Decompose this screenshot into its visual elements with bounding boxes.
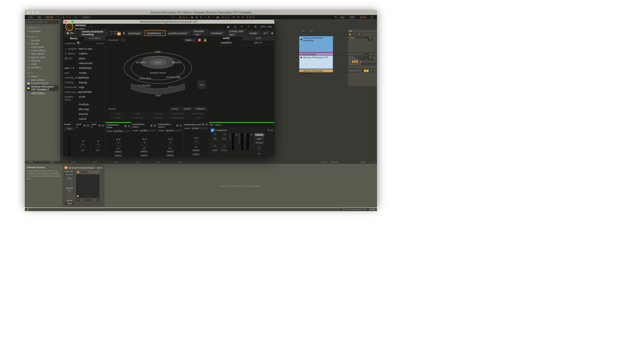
quantize-menu[interactable]: 1 Bar ▾ [80, 15, 92, 19]
learn-button[interactable]: learn... [184, 38, 196, 42]
blend-cell[interactable]: damped edge [168, 116, 188, 120]
kit-item[interactable]: crazed [77, 117, 105, 121]
session-record[interactable]: ○ [212, 16, 215, 19]
place-template-folder[interactable]: 📁Sensory-Percussion-VST-Template F [27, 85, 58, 91]
reset-icon[interactable]: ↻ [268, 129, 270, 132]
undo-icon[interactable]: ↶ [240, 25, 244, 29]
track-power-icon[interactable]: ◉ [300, 38, 302, 41]
place-current[interactable]: 📁Current Project [27, 82, 58, 85]
makeup-button[interactable]: makeup [254, 133, 264, 136]
midi-toggle[interactable]: MIDI [348, 15, 357, 19]
sidechain-sel[interactable]: No Input [65, 173, 74, 176]
blend-cell[interactable]: rim tip [108, 116, 128, 120]
cat-samples[interactable]: ▦Samples [27, 66, 58, 69]
cat-max[interactable]: ⊞Max for Live [27, 56, 58, 59]
cat-instruments[interactable]: ∿Instruments [27, 45, 58, 49]
mute-button[interactable]: Mute [65, 202, 74, 205]
preset-tab-4[interactable]: Drumline + Pit4 [192, 29, 208, 37]
blends-all-off[interactable]: all off [182, 107, 193, 111]
arrangement-ruler[interactable]: 4953 [299, 30, 347, 33]
tab-midi[interactable]: MIDI [242, 36, 275, 41]
blend-cell[interactable]: shell [188, 116, 207, 120]
toggle-user-icon[interactable]: ▾ [73, 67, 74, 69]
subtab-padfx[interactable]: pad FX [242, 41, 275, 45]
sidechain-button[interactable]: sidechain [211, 156, 223, 157]
lock-icon[interactable]: 🔒 [348, 33, 352, 36]
gain-knob[interactable] [67, 180, 72, 186]
mix-knob[interactable] [67, 193, 72, 198]
trans-mode-1[interactable]: → [109, 32, 113, 35]
mix-knob[interactable] [257, 146, 261, 151]
blend-cell[interactable]: rimshot edge [188, 112, 207, 115]
release-knob[interactable] [222, 145, 226, 149]
overdub-button[interactable]: + [203, 16, 207, 19]
compressor-enable[interactable] [211, 128, 214, 132]
kit-item[interactable]: plex slag [77, 107, 105, 111]
favorites-item[interactable]: Favorites [27, 30, 58, 33]
pan-knob[interactable] [95, 143, 100, 148]
cat-sounds[interactable]: ♪Sounds [27, 39, 58, 42]
preset-tab-8[interactable]: sY8 [261, 30, 270, 36]
headphone-icon[interactable]: 🎧 [233, 25, 237, 29]
kit-item[interactable]: spinWhistle [77, 90, 105, 94]
target-icon[interactable]: 🎯 [197, 38, 202, 42]
key-toggle[interactable]: Key [338, 15, 346, 19]
punch-out[interactable]: ⟲ [241, 16, 244, 19]
capture-button[interactable]: ▦ [216, 16, 219, 19]
kit-item[interactable]: dognap [77, 80, 105, 85]
kit-item[interactable]: abyss [77, 56, 105, 61]
cat-midi-effects[interactable]: ⊡MIDI Effects [27, 52, 58, 56]
pan-knob[interactable] [80, 143, 85, 148]
kit-item[interactable]: C&C Cassette [77, 121, 105, 122]
model-sel[interactable]: (p) snare [114, 130, 130, 132]
tap-button[interactable]: Tap [36, 15, 43, 19]
kit-item[interactable]: Altocumulus [77, 61, 105, 65]
io-icon[interactable]: ⊟ [358, 33, 361, 36]
redo-icon[interactable]: ↷ [247, 25, 251, 29]
preset-prev[interactable]: ◀ [122, 30, 125, 36]
drum-zone-visual[interactable]: edge center stickshot damped rimshot cen… [117, 47, 199, 103]
preset-tab-2[interactable]: bubbleWave2 [145, 30, 166, 36]
peak-button[interactable]: peak [254, 137, 264, 140]
kit-name[interactable]: cosmic-brainland-recording- [79, 29, 108, 37]
preset-next[interactable]: ▶ [271, 30, 274, 36]
blends-defaults[interactable]: defaults [194, 107, 207, 111]
output-meter[interactable] [247, 133, 249, 150]
cat-clips[interactable]: ▭Clips [27, 62, 58, 66]
blend-cell[interactable]: stickshot [148, 116, 167, 120]
input-type-sel[interactable]: All Ins [348, 56, 363, 58]
device-header[interactable]: SensoryPercussionPlugin◐ ⊙ [63, 166, 103, 169]
device-power-icon[interactable] [65, 166, 67, 169]
knee-knob[interactable] [222, 133, 226, 138]
track-out-sel[interactable]: Master [348, 37, 363, 39]
plugin-titlebar[interactable]: SensoryPercussionPlugin/Sensory Percussi… [63, 20, 274, 24]
preset-tab-7[interactable]: Acedia7 [247, 30, 261, 36]
kit-item[interactable]: Derecho [77, 112, 105, 116]
place-add-folder[interactable]: +Add Folder... [27, 91, 58, 95]
kit-item[interactable]: sYnth [77, 95, 105, 102]
kit-item[interactable]: FredXylo [77, 102, 105, 107]
loop-length[interactable]: 4. 0. 0 [245, 15, 255, 19]
master-label[interactable]: Master [331, 161, 338, 163]
automation-arm[interactable]: ↻ [208, 16, 211, 19]
loop-start[interactable]: 3. 1. 1 [220, 15, 231, 19]
kit-item[interactable]: virga [77, 85, 105, 89]
void-zone[interactable]: void [197, 80, 206, 89]
expand-icon[interactable]: ⊞ [102, 42, 103, 45]
preset-tab-6[interactable]: Cosmic Junk Yard6 [227, 29, 246, 37]
subtab-samplers[interactable]: samplers [210, 41, 242, 45]
rms-button[interactable]: rms win [254, 141, 264, 144]
blend-cell[interactable]: rim shoulder [128, 116, 148, 120]
default-preset[interactable]: Default [80, 171, 87, 173]
cat-plugins[interactable]: ⊕Plug-Ins [27, 59, 58, 62]
close-icon[interactable]: ✕ [271, 129, 273, 132]
blend-cell[interactable]: rimshot center [168, 112, 188, 115]
blend-cell[interactable]: edge [128, 112, 148, 115]
add-user-icon[interactable]: + [70, 67, 72, 69]
blends-all-on[interactable]: all on [169, 107, 180, 111]
master-fader[interactable] [69, 137, 70, 156]
overload-d[interactable]: D [369, 15, 375, 19]
tab-library[interactable]: library [63, 36, 84, 41]
tempo-field[interactable]: 120.00 [44, 15, 55, 19]
master-out[interactable]: 1/2 [361, 161, 364, 163]
